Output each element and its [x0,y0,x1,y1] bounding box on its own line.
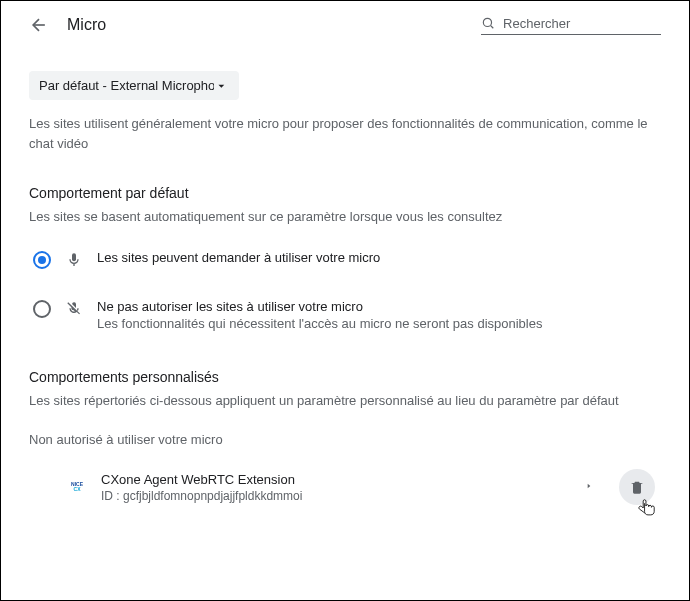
delete-site-button[interactable] [619,469,655,505]
option-allow-ask[interactable]: Les sites peuvent demander à utiliser vo… [29,242,661,277]
header: Micro [29,15,661,35]
dropdown-caret-icon [214,79,229,93]
search-container[interactable] [481,15,661,35]
search-input[interactable] [503,16,661,31]
chevron-right-icon [585,480,593,492]
trash-icon [629,479,645,495]
custom-behavior-sub: Les sites répertoriés ci-dessous appliqu… [29,393,661,408]
site-row[interactable]: NICE CX CXone Agent WebRTC Extension ID … [29,463,661,511]
option-allow-label: Les sites peuvent demander à utiliser vo… [97,250,380,265]
site-id: ID : gcfjbjldfomnopnpdjajjfpldkkdmmoi [101,489,559,503]
microphone-icon [65,251,83,269]
page-title: Micro [67,16,106,34]
site-disclosure[interactable] [573,480,605,495]
blocked-section-label: Non autorisé à utiliser votre micro [29,432,661,447]
site-name: CXone Agent WebRTC Extension [101,472,559,487]
microphone-off-icon [65,300,83,318]
device-label: Par défaut - External Microphone [39,78,214,93]
radio-allow[interactable] [33,251,51,269]
cursor-pointer-icon [637,497,659,519]
option-block[interactable]: Ne pas autoriser les sites à utiliser vo… [29,277,661,339]
default-behavior-sub: Les sites se basent automatiquement sur … [29,209,661,224]
radio-block[interactable] [33,300,51,318]
mic-description: Les sites utilisent généralement votre m… [29,114,661,153]
search-icon [481,15,495,31]
option-block-label: Ne pas autoriser les sites à utiliser vo… [97,299,542,314]
device-select[interactable]: Par défaut - External Microphone [29,71,239,100]
default-behavior-heading: Comportement par défaut [29,185,661,201]
extension-icon: NICE CX [67,477,87,497]
back-arrow-icon [29,15,49,35]
svg-point-0 [483,18,491,26]
back-button[interactable] [29,15,49,35]
custom-behavior-heading: Comportements personnalisés [29,369,661,385]
option-block-sub: Les fonctionnalités qui nécessitent l'ac… [97,316,542,331]
